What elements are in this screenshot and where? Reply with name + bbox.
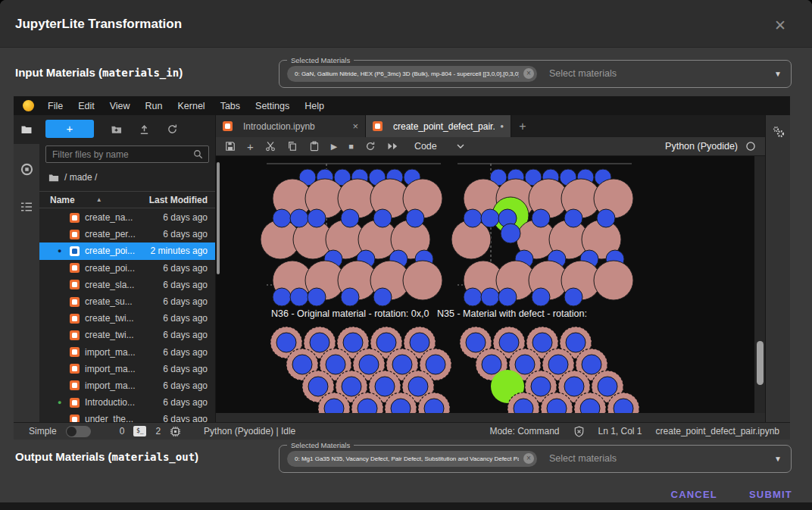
kernel-status-text[interactable]: Python (Pyodide) | Idle <box>204 426 295 436</box>
close-icon[interactable]: ✕ <box>774 17 786 34</box>
upload-icon[interactable] <box>139 124 150 135</box>
notebook-scrollbar[interactable] <box>754 156 765 413</box>
open-dot: ● <box>58 247 70 255</box>
column-last-modified[interactable]: Last Modified <box>149 195 208 205</box>
menu-run[interactable]: Run <box>138 101 170 111</box>
terminal-count[interactable]: 0 <box>120 426 125 436</box>
file-row[interactable]: import_ma...6 days ago <box>39 361 215 377</box>
file-row[interactable]: create_su...6 days ago <box>39 293 215 310</box>
filter-files-input[interactable] <box>52 149 193 160</box>
file-modified: 6 days ago <box>163 280 208 290</box>
chip-remove-icon[interactable]: × <box>523 453 534 464</box>
unsaved-changes-dot[interactable]: ● <box>500 123 504 130</box>
notebook-dock: Introduction.ipynb×create_point_defect_p… <box>216 115 765 422</box>
restart-run-all-icon[interactable] <box>387 142 398 151</box>
menu-kernel[interactable]: Kernel <box>170 101 213 111</box>
kernel-name[interactable]: Python (Pyodide) <box>665 141 738 152</box>
sidebar-tab-running[interactable] <box>14 155 39 183</box>
menu-bar-items: FileEditViewRunKernelTabsSettingsHelp <box>40 101 332 111</box>
file-modified: 6 days ago <box>163 397 208 408</box>
restart-kernel-icon[interactable] <box>365 141 376 152</box>
input-label-code: materials_in <box>102 67 179 79</box>
column-name[interactable]: Name <box>50 195 75 205</box>
file-row[interactable]: create_twi...6 days ago <box>39 327 215 343</box>
dropdown-arrow-icon[interactable]: ▼ <box>774 455 782 463</box>
input-materials-select[interactable]: Selected Materials 0: GaN, Gallium Nitri… <box>279 56 792 88</box>
notebook-file-icon <box>70 280 80 289</box>
copy-cells-icon[interactable] <box>287 141 298 152</box>
breadcrumb[interactable]: / made / <box>48 172 97 183</box>
menu-help[interactable]: Help <box>297 101 332 111</box>
save-icon[interactable] <box>225 141 236 152</box>
sidebar-tab-files[interactable] <box>14 115 39 144</box>
submit-button[interactable]: SUBMIT <box>749 489 792 500</box>
input-label-suffix: ) <box>179 66 183 79</box>
chevron-down-icon <box>457 144 464 149</box>
file-modified: 6 days ago <box>163 414 208 422</box>
file-row[interactable]: create_twi...6 days ago <box>39 310 215 327</box>
output-material-chip[interactable]: 0: Mg1 Ga35 N35, Vacancy Defect, Pair De… <box>287 451 537 467</box>
run-cell-icon[interactable]: ▶ <box>331 142 337 152</box>
svg-text:N35 - Material with defect - r: N35 - Material with defect - rotation: <box>437 308 587 319</box>
tab-close-icon[interactable]: × <box>352 120 358 132</box>
cell-collapser[interactable] <box>217 162 220 274</box>
output-materials-select[interactable]: Selected Materials 0: Mg1 Ga35 N35, Vaca… <box>279 441 792 473</box>
file-name: import_ma... <box>85 364 136 374</box>
file-row[interactable]: ●create_poi...2 minutes ago <box>39 242 215 259</box>
new-tab-button[interactable]: + <box>511 115 534 137</box>
notebook-file-icon <box>70 347 80 357</box>
filter-files-box[interactable] <box>45 145 209 163</box>
file-row[interactable]: ●Introductio...6 days ago <box>39 394 215 411</box>
breadcrumb-path: / made / <box>64 172 97 183</box>
stop-kernel-icon[interactable]: ■ <box>348 142 354 151</box>
file-name: import_ma... <box>85 347 136 358</box>
trust-shield-icon[interactable] <box>573 426 585 437</box>
home-folder-icon <box>48 173 59 183</box>
cancel-button[interactable]: CANCEL <box>671 489 717 500</box>
running-sessions-icon <box>20 163 33 176</box>
file-row[interactable]: import_ma...6 days ago <box>39 344 215 361</box>
output-label-prefix: Output Materials ( <box>15 450 112 463</box>
file-row[interactable]: create_na...6 days ago <box>39 209 215 226</box>
input-materials-placeholder: Select materials <box>549 68 617 79</box>
tab-create-point-defect-pair-ip[interactable]: create_point_defect_pair.ip● <box>366 115 511 137</box>
cell-type-dropdown[interactable]: Code <box>414 141 464 152</box>
file-name: Introductio... <box>85 397 135 408</box>
file-row[interactable]: under_the...6 days ago <box>39 411 215 422</box>
input-material-chip[interactable]: 0: GaN, Gallium Nitride, HEX (P6_3mc) 3D… <box>287 66 537 82</box>
svg-text:N36 - Original material - rota: N36 - Original material - rotation: 0x,0 <box>271 308 429 319</box>
cut-cells-icon[interactable] <box>265 141 276 152</box>
notebook-file-icon <box>70 263 80 273</box>
kernel-count[interactable]: 2 <box>155 426 161 436</box>
menu-file[interactable]: File <box>40 101 70 111</box>
add-cell-icon[interactable]: + <box>247 140 254 153</box>
refresh-icon[interactable] <box>167 124 178 135</box>
notebook-file-icon <box>70 380 80 390</box>
file-row[interactable]: import_ma...6 days ago <box>39 377 215 394</box>
simple-mode-toggle[interactable] <box>66 426 91 437</box>
file-modified: 2 minutes ago <box>151 246 208 256</box>
cursor-position[interactable]: Ln 1, Col 1 <box>598 426 642 436</box>
scrollbar-thumb[interactable] <box>757 341 764 385</box>
notebook-output-area[interactable]: N36 - Original material - rotation: 0x,0… <box>216 156 754 413</box>
tab-introduction-ipynb[interactable]: Introduction.ipynb× <box>216 115 366 137</box>
menu-edit[interactable]: Edit <box>70 101 102 111</box>
file-row[interactable]: create_sla...6 days ago <box>39 277 215 293</box>
paste-cells-icon[interactable] <box>309 141 320 152</box>
file-modified: 6 days ago <box>163 313 208 324</box>
file-row[interactable]: create_per...6 days ago <box>39 226 215 242</box>
property-inspector-gears-icon[interactable] <box>772 126 785 139</box>
notebook-file-icon <box>70 415 80 422</box>
dropdown-arrow-icon[interactable]: ▼ <box>774 70 782 78</box>
menu-tabs[interactable]: Tabs <box>213 101 248 111</box>
notebook-file-icon <box>70 230 80 239</box>
new-folder-icon[interactable] <box>111 124 122 135</box>
chip-remove-icon[interactable]: × <box>523 68 534 79</box>
running-dot: ● <box>58 399 70 406</box>
file-row[interactable]: create_poi...6 days ago <box>39 260 215 277</box>
menu-view[interactable]: View <box>102 101 138 111</box>
new-launcher-button[interactable]: + <box>45 120 94 138</box>
menu-settings[interactable]: Settings <box>248 101 297 111</box>
sidebar-tab-toc[interactable] <box>14 192 39 221</box>
output-label-code: materials_out <box>112 451 195 463</box>
